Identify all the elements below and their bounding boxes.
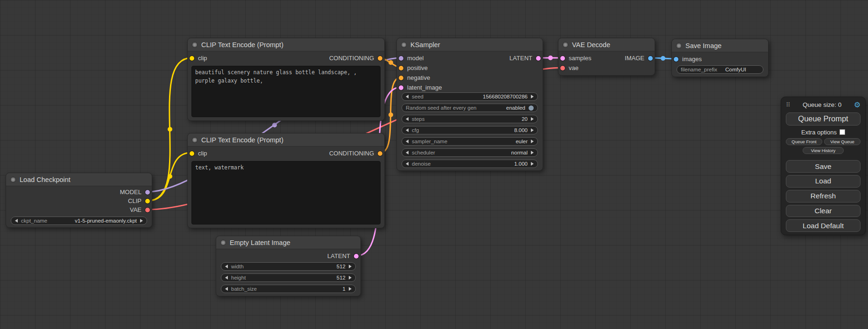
node-load-checkpoint[interactable]: Load Checkpoint MODEL CLIP VAE ckpt_name…	[6, 173, 152, 228]
decrement-icon[interactable]	[406, 117, 409, 121]
collapse-toggle-icon[interactable]	[192, 138, 197, 142]
view-history-button[interactable]: View History	[803, 147, 844, 154]
widget-steps[interactable]: steps 20	[402, 115, 538, 123]
widget-name: batch_size	[231, 286, 257, 292]
widget-name: ckpt_name	[21, 218, 47, 224]
collapse-toggle-icon[interactable]	[402, 42, 406, 47]
decrement-icon[interactable]	[406, 128, 409, 132]
collapse-toggle-icon[interactable]	[677, 43, 681, 48]
node-save-image[interactable]: Save Image images filename_prefix ComfyU…	[671, 39, 769, 77]
widget-scheduler[interactable]: scheduler normal	[402, 148, 538, 157]
input-port-clip[interactable]	[190, 151, 194, 156]
queue-front-button[interactable]: Queue Front	[786, 138, 822, 145]
widget-value: ComfyUI	[725, 67, 746, 72]
node-ksampler-titlebar[interactable]: KSampler	[397, 38, 543, 51]
input-port-positive[interactable]	[399, 66, 403, 70]
next-value-icon[interactable]	[531, 140, 534, 143]
widget-cfg[interactable]: cfg 8.000	[402, 126, 538, 134]
increment-icon[interactable]	[349, 287, 352, 291]
collapse-toggle-icon[interactable]	[11, 177, 15, 182]
slot-row: clip CONDITIONING	[188, 148, 384, 158]
prev-value-icon[interactable]	[15, 219, 18, 223]
widget-sampler-name[interactable]: sampler_name euler	[402, 137, 538, 146]
increment-icon[interactable]	[349, 276, 352, 280]
prompt-text-input[interactable]: text, watermark	[191, 161, 381, 224]
input-port-model[interactable]	[399, 56, 403, 61]
widget-seed[interactable]: seed 156680208700286	[402, 92, 538, 101]
decrement-icon[interactable]	[225, 287, 228, 291]
input-port-latent-image[interactable]	[399, 85, 403, 90]
widget-denoise[interactable]: denoise 1.000	[402, 160, 538, 168]
decrement-icon[interactable]	[406, 95, 409, 98]
widget-batch-size[interactable]: batch_size 1	[221, 285, 356, 293]
output-port-conditioning[interactable]	[378, 151, 382, 156]
prompt-text-input[interactable]: beautiful scenery nature glass bottle la…	[191, 66, 381, 117]
increment-icon[interactable]	[349, 265, 352, 268]
link-midpoint-dot	[388, 112, 393, 117]
input-port-negative[interactable]	[399, 76, 403, 80]
collapse-toggle-icon[interactable]	[563, 42, 568, 47]
comfy-menu-panel: ⠿ Queue size: 0 ⚙ Queue Prompt Extra opt…	[781, 97, 866, 235]
extra-options-checkbox[interactable]	[840, 129, 845, 135]
refresh-button[interactable]: Refresh	[786, 190, 861, 203]
input-port-clip[interactable]	[190, 56, 194, 61]
slot-label-images: images	[682, 56, 702, 63]
increment-icon[interactable]	[531, 128, 534, 132]
load-default-button[interactable]: Load Default	[786, 219, 861, 232]
decrement-icon[interactable]	[225, 276, 228, 280]
prev-value-icon[interactable]	[406, 140, 409, 143]
next-value-icon[interactable]	[140, 219, 143, 223]
prev-value-icon[interactable]	[406, 151, 409, 154]
output-port-image[interactable]	[648, 56, 653, 61]
increment-icon[interactable]	[531, 117, 534, 121]
decrement-icon[interactable]	[406, 162, 409, 166]
extra-options-row: Extra options	[801, 129, 845, 136]
widget-ckpt-name[interactable]: ckpt_name v1-5-pruned-emaonly.ckpt	[11, 217, 147, 225]
settings-gear-icon[interactable]: ⚙	[854, 101, 861, 109]
widget-height[interactable]: height 512	[221, 273, 356, 282]
node-clip-negative-titlebar[interactable]: CLIP Text Encode (Prompt)	[188, 133, 384, 147]
node-graph-canvas[interactable]: Load Checkpoint MODEL CLIP VAE ckpt_name…	[0, 0, 868, 329]
widget-width[interactable]: width 512	[221, 262, 356, 271]
output-port-model[interactable]	[145, 190, 150, 195]
widget-random-seed-toggle[interactable]: Random seed after every gen enabled	[402, 104, 538, 112]
increment-icon[interactable]	[531, 95, 534, 98]
node-clip-positive-titlebar[interactable]: CLIP Text Encode (Prompt)	[188, 38, 384, 51]
node-vae-decode[interactable]: VAE Decode samples IMAGE vae	[558, 38, 655, 76]
input-port-vae[interactable]	[560, 66, 565, 70]
collapse-toggle-icon[interactable]	[221, 240, 226, 245]
toggle-knob-icon[interactable]	[529, 105, 534, 111]
slot-label-negative: negative	[407, 74, 430, 81]
widget-name: height	[231, 275, 246, 280]
widget-filename-prefix[interactable]: filename_prefix ComfyUI	[677, 65, 763, 74]
widget-name: sampler_name	[412, 139, 447, 144]
node-save-image-titlebar[interactable]: Save Image	[672, 39, 768, 52]
input-slot-images: images	[672, 54, 768, 64]
slot-label-samples: samples	[569, 55, 591, 62]
node-vae-decode-titlebar[interactable]: VAE Decode	[558, 38, 655, 51]
clear-button[interactable]: Clear	[786, 205, 861, 217]
node-clip-text-encode-positive[interactable]: CLIP Text Encode (Prompt) clip CONDITION…	[187, 38, 385, 121]
output-port-latent[interactable]	[354, 254, 359, 259]
output-port-latent[interactable]	[536, 56, 541, 61]
output-port-conditioning[interactable]	[378, 56, 382, 61]
output-port-clip[interactable]	[145, 199, 150, 203]
collapse-toggle-icon[interactable]	[192, 42, 197, 47]
queue-prompt-button[interactable]: Queue Prompt	[786, 112, 861, 126]
view-queue-button[interactable]: View Queue	[824, 138, 861, 145]
node-ksampler[interactable]: KSampler model LATENT positive negative …	[396, 38, 543, 171]
node-load-checkpoint-titlebar[interactable]: Load Checkpoint	[6, 173, 152, 186]
increment-icon[interactable]	[531, 162, 534, 166]
next-value-icon[interactable]	[531, 151, 534, 154]
output-port-vae[interactable]	[145, 208, 150, 212]
widget-name: filename_prefix	[681, 67, 717, 72]
node-clip-text-encode-negative[interactable]: CLIP Text Encode (Prompt) clip CONDITION…	[187, 133, 385, 228]
drag-handle-icon[interactable]: ⠿	[786, 101, 790, 108]
decrement-icon[interactable]	[225, 265, 228, 268]
node-empty-latent-titlebar[interactable]: Empty Latent Image	[216, 236, 360, 249]
input-port-samples[interactable]	[560, 56, 565, 61]
load-button[interactable]: Load	[786, 175, 861, 188]
node-empty-latent-image[interactable]: Empty Latent Image LATENT width 512 heig…	[216, 236, 361, 296]
save-button[interactable]: Save	[786, 160, 861, 173]
input-port-images[interactable]	[674, 57, 678, 62]
